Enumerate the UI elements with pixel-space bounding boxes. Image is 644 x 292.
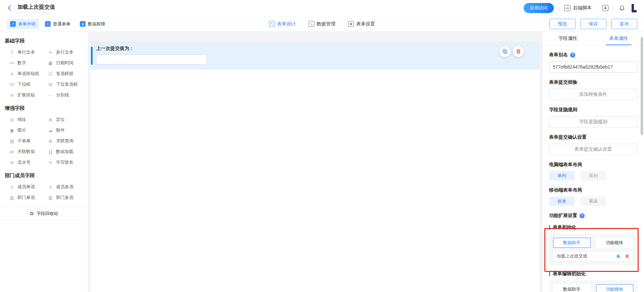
tab-data-management[interactable]: ∿ 数据管理 bbox=[309, 21, 335, 27]
sidebar-item-label: 手写签名 bbox=[56, 159, 73, 165]
mobile-layout-compact-option[interactable]: 紧凑 bbox=[581, 197, 606, 206]
form-title[interactable]: 加载上次提交值 bbox=[17, 4, 55, 12]
field-recycle-bin-button[interactable]: ♻ 字段回收站 bbox=[0, 207, 88, 220]
publish-button[interactable]: 发布 bbox=[611, 19, 637, 29]
sidebar-item[interactable]: ∐数据加载 bbox=[48, 146, 88, 157]
sidebar-item[interactable]: ⧉关联查询 bbox=[48, 136, 88, 146]
preview-button[interactable]: 预览 bbox=[549, 19, 576, 29]
sidebar-item[interactable]: T单行文本 bbox=[9, 47, 48, 58]
data-load-icon: ∐ bbox=[48, 150, 53, 154]
mobile-layout-label: 移动端表单布局 bbox=[549, 187, 637, 193]
mobile-layout-standard-option[interactable]: 标准 bbox=[549, 197, 575, 206]
sidebar-item[interactable]: ⊜流水号 bbox=[9, 157, 48, 168]
tab-form-design[interactable]: ✎ 表单设计 bbox=[269, 21, 296, 27]
brand-logo bbox=[632, 4, 637, 12]
trash-icon bbox=[625, 254, 630, 259]
sidebar-item[interactable]: ≡多行文本 bbox=[48, 47, 88, 58]
form-alias-input[interactable] bbox=[549, 61, 637, 73]
sidebar-item-label: 部门单选 bbox=[17, 195, 35, 201]
page-title: 加载上次提交值 bbox=[17, 4, 55, 10]
edit-init-tab-data-assistant[interactable]: 数据助手 bbox=[553, 284, 591, 292]
tab-data-permission[interactable]: ||| 数据权限 bbox=[76, 19, 109, 29]
sidebar-item[interactable]: ▣图片 bbox=[9, 125, 48, 136]
field-text-input[interactable] bbox=[96, 55, 207, 64]
init-tab-function-module[interactable]: 功能模块 bbox=[596, 238, 634, 248]
sidebar-item[interactable]: ▦日期时间 bbox=[48, 58, 88, 68]
top-header: 加载上次提交值 应用访问 </> 后端脚本 A bbox=[0, 0, 644, 16]
copy-field-button[interactable] bbox=[499, 46, 511, 57]
add-validation-button[interactable]: 添加校验条件 bbox=[549, 89, 637, 100]
tab-form-settings[interactable]: ✱ 表单设置 bbox=[348, 21, 375, 27]
dropdown-icon: ⊡ bbox=[9, 82, 15, 87]
sidebar-item[interactable]: 123数字 bbox=[9, 58, 48, 68]
sidebar-item[interactable]: ▥部门单选 bbox=[9, 192, 48, 203]
delete-init-button[interactable] bbox=[625, 254, 630, 259]
notification-bell-button[interactable] bbox=[619, 5, 625, 11]
divider bbox=[613, 6, 614, 11]
sidebar-item[interactable]: ⇄关联数据 bbox=[9, 146, 48, 157]
app-access-button[interactable]: 应用访问 bbox=[524, 3, 554, 13]
sidebar-item[interactable]: ✎手写签名 bbox=[48, 157, 88, 168]
multi-dropdown-icon: ⊟ bbox=[48, 82, 53, 87]
sidebar-item[interactable]: ⋯分割线 bbox=[48, 90, 88, 100]
back-button[interactable] bbox=[5, 4, 14, 12]
backend-script-button[interactable]: </> 后端脚本 bbox=[564, 5, 592, 11]
sidebar-item[interactable]: ☑复选框组 bbox=[48, 68, 88, 79]
extension-settings-label: 功能扩展设置 ? bbox=[549, 213, 637, 219]
sidebar-item-label: 定位 bbox=[56, 117, 65, 123]
bell-icon bbox=[619, 5, 625, 11]
tab-form-external-link[interactable]: ↗ 表单外链 bbox=[7, 19, 39, 29]
docs-button[interactable]: A bbox=[602, 5, 608, 11]
sidebar-section-title: 基础字段 bbox=[0, 33, 88, 47]
divider bbox=[597, 6, 597, 11]
sidebar-item[interactable]: ⊕定位 bbox=[48, 114, 88, 125]
single-line-text-icon: T bbox=[9, 50, 15, 55]
sidebar-item[interactable]: ⊙单选按钮组 bbox=[9, 68, 48, 79]
init-value-row[interactable]: 加载上次提交值 bbox=[553, 251, 633, 261]
pc-layout-double-option[interactable]: 双列 bbox=[581, 171, 606, 180]
form-edit-init-section-header: 表单编辑初始化 bbox=[549, 271, 637, 277]
checkbox-group-icon: ☑ bbox=[48, 72, 53, 76]
form-canvas[interactable]: 上一次提交值为： bbox=[88, 32, 542, 292]
help-icon[interactable]: ? bbox=[570, 53, 575, 58]
address-icon: ◎ bbox=[9, 118, 15, 122]
delete-field-button[interactable] bbox=[513, 46, 524, 57]
tab-label: 表单外链 bbox=[18, 21, 36, 27]
recycle-label: 字段回收站 bbox=[37, 211, 58, 217]
selected-form-field[interactable]: 上一次提交值为： bbox=[91, 41, 539, 70]
sidebar-item[interactable]: ◎地址 bbox=[9, 114, 48, 125]
settings-icon: ✱ bbox=[348, 21, 354, 27]
visibility-rules-button[interactable]: 字段显隐规则 bbox=[549, 116, 637, 128]
department-multi-icon: ▥ bbox=[48, 196, 53, 200]
calendar-icon: ▦ bbox=[48, 61, 53, 65]
tab-normal-form[interactable]: ≡ 普通表单 bbox=[42, 19, 74, 29]
sidebar-item[interactable]: ♙成员多选 bbox=[48, 181, 88, 192]
copy-icon bbox=[502, 49, 508, 54]
sidebar-item-label: 附件 bbox=[56, 127, 65, 133]
panel-scrollbar[interactable] bbox=[641, 37, 643, 135]
sidebar-item[interactable]: ▤子表单 bbox=[9, 136, 48, 146]
tab-form-properties[interactable]: 表单属性 bbox=[593, 32, 644, 45]
sidebar-item[interactable]: ⊟下拉复选框 bbox=[48, 79, 88, 90]
save-button[interactable]: 保存 bbox=[580, 19, 606, 29]
sidebar-item-label: 图片 bbox=[17, 127, 26, 133]
sidebar-item[interactable]: ♙成员单选 bbox=[9, 181, 48, 192]
submit-confirm-button[interactable]: 表单提交确认设置 bbox=[549, 144, 637, 155]
edit-init-tab-function-module[interactable]: 功能模块 bbox=[596, 284, 634, 292]
configure-init-button[interactable] bbox=[616, 254, 621, 259]
properties-panel: 字段属性 表单属性 表单别名 ? 表单提交校验 添加校验条件 字段显隐规则 字段… bbox=[542, 32, 644, 292]
help-icon[interactable]: ? bbox=[580, 213, 585, 218]
sidebar-item[interactable]: ☁附件 bbox=[48, 125, 88, 136]
pc-layout-single-option[interactable]: 单列 bbox=[549, 171, 575, 180]
signature-icon: ✎ bbox=[48, 160, 53, 165]
form-design-icon: ✎ bbox=[269, 21, 275, 27]
sidebar-item[interactable]: ⊡下拉框 bbox=[9, 79, 48, 90]
tab-label: 表单设置 bbox=[356, 21, 375, 27]
tab-field-properties[interactable]: 字段属性 bbox=[542, 32, 593, 45]
sidebar-item[interactable]: ⊖扩展按钮 bbox=[9, 90, 48, 100]
sidebar-item[interactable]: ▥部门多选 bbox=[48, 192, 88, 203]
init-tab-data-assistant[interactable]: 数据助手 bbox=[553, 238, 591, 248]
divider bbox=[559, 6, 559, 11]
sidebar-item-label: 流水号 bbox=[17, 159, 31, 165]
image-icon: ▣ bbox=[9, 128, 15, 133]
